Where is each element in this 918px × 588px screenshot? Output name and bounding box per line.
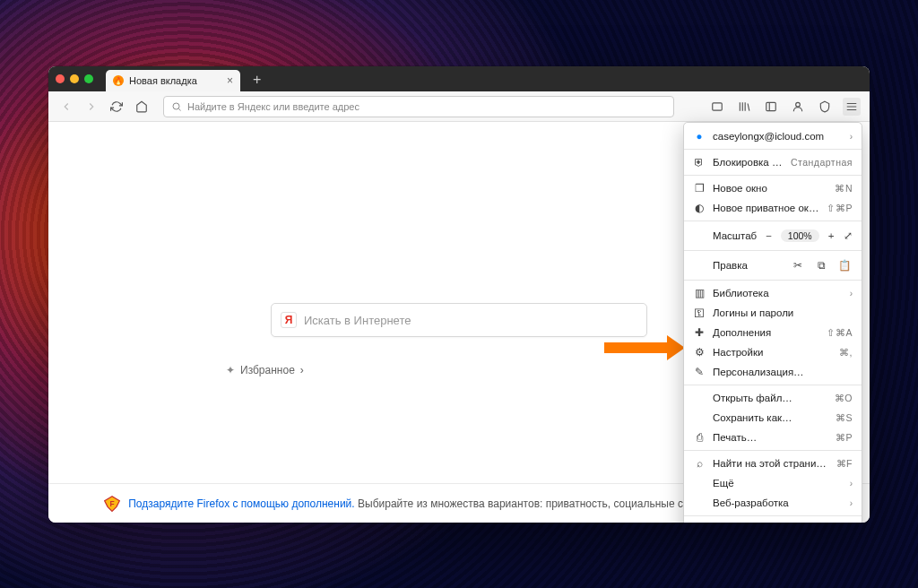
chevron-right-icon: ›	[850, 479, 853, 489]
shield-icon[interactable]	[816, 98, 834, 116]
tab-title: Новая вкладка	[129, 75, 197, 86]
forward-button[interactable]	[82, 98, 100, 116]
separator	[684, 280, 862, 281]
zoom-out-button[interactable]: −	[764, 228, 774, 244]
window-controls	[56, 74, 93, 83]
library-icon: ▥	[693, 287, 706, 299]
library-icon[interactable]	[735, 98, 753, 116]
address-bar-placeholder: Найдите в Яндекс или введите адрес	[187, 101, 359, 112]
chevron-right-icon: ›	[850, 132, 853, 142]
separator	[684, 515, 862, 516]
menu-save-as[interactable]: Сохранить как… ⌘S	[684, 408, 862, 428]
menu-account[interactable]: ● caseylongx@icloud.com ›	[684, 126, 862, 146]
copy-button[interactable]: ⧉	[813, 257, 829, 273]
toolbar-right-icons	[708, 98, 861, 116]
zoom-label: Масштаб	[693, 230, 757, 241]
menu-library[interactable]: ▥ Библиотека ›	[684, 283, 862, 303]
zoom-value: 100%	[781, 229, 819, 242]
browser-window: 🔥 Новая вкладка × + Найдите в Яндекс или…	[48, 66, 870, 523]
window-minimize-button[interactable]	[70, 74, 79, 83]
menu-content-blocking[interactable]: ⛨ Блокировка содержимого Стандартная	[684, 152, 862, 172]
gear-icon: ⚙	[693, 346, 706, 359]
svg-text:F: F	[110, 498, 115, 507]
toolbar: Найдите в Яндекс или введите адрес	[48, 91, 870, 122]
chevron-right-icon: ›	[300, 364, 304, 376]
menu-settings[interactable]: ⚙ Настройки ⌘,	[684, 342, 862, 362]
separator	[684, 175, 862, 176]
menu-addons[interactable]: ✚ Дополнения ⇧⌘A	[684, 323, 862, 342]
menu-customize[interactable]: ✎ Персонализация…	[684, 362, 862, 382]
svg-point-0	[173, 103, 179, 109]
favorites-label: Избранное	[240, 364, 295, 376]
window-zoom-button[interactable]	[84, 74, 93, 83]
hamburger-menu-button[interactable]	[843, 98, 861, 116]
search-icon	[171, 101, 182, 112]
paste-button[interactable]: 📋	[836, 257, 853, 273]
account-icon[interactable]	[789, 98, 807, 116]
separator	[684, 250, 862, 251]
menu-help[interactable]: ? Справка ›	[684, 519, 862, 523]
footer-link[interactable]: Подзарядите Firefox с помощью дополнений…	[128, 497, 354, 510]
home-button[interactable]	[133, 98, 151, 116]
zoom-in-button[interactable]: +	[827, 228, 836, 244]
star-icon: ✦	[226, 364, 235, 376]
favorites-section[interactable]: ✦ Избранное ›	[226, 364, 304, 376]
sidebar-icon[interactable]	[762, 98, 780, 116]
shield-icon: ⛨	[693, 157, 706, 168]
window-icon: ❐	[693, 182, 706, 195]
new-tab-button[interactable]: +	[253, 72, 261, 88]
menu-logins[interactable]: ⚿ Логины и пароли	[684, 303, 862, 323]
cut-button[interactable]: ✂	[790, 257, 806, 273]
menu-print[interactable]: ⎙ Печать… ⌘P	[684, 428, 862, 447]
yandex-icon: Я	[281, 312, 297, 328]
menu-edit-row: Правка ✂ ⧉ 📋	[684, 254, 862, 277]
reload-button[interactable]	[108, 98, 126, 116]
svg-point-3	[796, 102, 801, 107]
account-icon: ●	[693, 131, 706, 142]
separator	[684, 149, 862, 150]
svg-rect-2	[766, 102, 776, 110]
chevron-right-icon: ›	[850, 289, 853, 298]
fullscreen-button[interactable]: ⤢	[843, 228, 853, 244]
mask-icon: ◐	[693, 202, 706, 214]
menu-find[interactable]: ⌕ Найти на этой странице… ⌘F	[684, 454, 862, 473]
brush-icon: ✎	[693, 366, 706, 378]
screenshot-icon[interactable]	[708, 98, 726, 116]
center-search-placeholder: Искать в Интернете	[304, 314, 411, 327]
firefox-icon: 🔥	[113, 75, 124, 86]
menu-open-file[interactable]: Открыть файл… ⌘O	[684, 388, 862, 408]
center-search-box[interactable]: Я Искать в Интернете	[271, 303, 647, 337]
window-close-button[interactable]	[56, 74, 65, 83]
edit-label: Правка	[693, 260, 783, 271]
hamburger-menu: ● caseylongx@icloud.com › ⛨ Блокировка с…	[683, 122, 862, 523]
chevron-right-icon: ›	[850, 498, 853, 508]
separator	[684, 450, 862, 451]
key-icon: ⚿	[693, 307, 706, 318]
menu-new-window[interactable]: ❐ Новое окно ⌘N	[684, 178, 862, 198]
separator	[684, 385, 862, 385]
instruction-arrow	[604, 335, 685, 360]
tab-close-button[interactable]: ×	[227, 74, 233, 87]
separator	[684, 220, 862, 221]
menu-zoom-row: Масштаб − 100% + ⤢	[684, 224, 862, 247]
tab-bar: 🔥 Новая вкладка × +	[48, 66, 870, 91]
menu-new-private-window[interactable]: ◐ Новое приватное окно ⇧⌘P	[684, 198, 862, 218]
svg-rect-1	[713, 102, 723, 109]
menu-webdev[interactable]: Веб-разработка ›	[684, 493, 862, 513]
address-bar[interactable]: Найдите в Яндекс или введите адрес	[163, 96, 674, 117]
tab-active[interactable]: 🔥 Новая вкладка ×	[106, 70, 240, 91]
print-icon: ⎙	[693, 432, 706, 443]
superman-icon: F	[103, 495, 121, 513]
search-icon: ⌕	[693, 458, 706, 469]
puzzle-icon: ✚	[693, 326, 706, 339]
back-button[interactable]	[57, 98, 75, 116]
menu-more[interactable]: Ещё ›	[684, 473, 862, 493]
